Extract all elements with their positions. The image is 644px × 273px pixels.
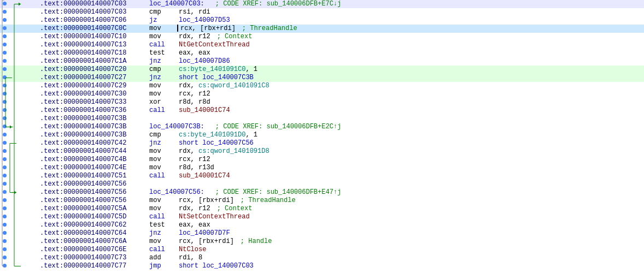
address-cell: .text:0000000140007C77 <box>39 262 148 270</box>
table-row[interactable]: .text:0000000140007C5DcallNtSetContextTh… <box>0 213 644 221</box>
arrow-cell <box>9 213 39 221</box>
table-row[interactable]: .text:0000000140007C1Ajnzloc_140007D86 <box>0 57 644 66</box>
instruction-cell: movrdx, r12; Context <box>148 205 644 213</box>
table-row[interactable]: .text:0000000140007C73addrdi, 8 <box>0 254 644 262</box>
arrow-cell <box>9 41 39 49</box>
table-row[interactable]: .text:0000000140007C13callNtGetContextTh… <box>0 41 644 49</box>
operands: eax, eax <box>179 221 210 229</box>
dot-marker <box>3 198 7 202</box>
arrow-cell <box>9 115 39 123</box>
instruction-cell: jmpshort loc_140007C03 <box>148 262 644 270</box>
instruction-cell: jnzloc_140007D7F <box>148 229 644 238</box>
instruction-cell: movrcx, [rbx+rdi]; ThreadHandle <box>148 25 644 33</box>
breakpoint-dot[interactable] <box>0 41 9 49</box>
breakpoint-dot[interactable] <box>0 131 9 139</box>
address-cell: .text:0000000140007C30 <box>39 90 148 98</box>
breakpoint-dot[interactable] <box>0 221 9 229</box>
table-row[interactable]: .text:0000000140007C44movrdx, cs:qword_1… <box>0 147 644 156</box>
instruction-cell: callsub_140001C74 <box>148 172 644 180</box>
operands: rdx, r12 <box>179 205 210 212</box>
table-row[interactable]: →.text:0000000140007C56loc_140007C56:; C… <box>0 188 644 197</box>
breakpoint-dot[interactable] <box>0 164 9 172</box>
breakpoint-dot[interactable] <box>0 123 9 131</box>
dot-marker <box>3 165 7 169</box>
table-row[interactable]: .text:0000000140007C64jnzloc_140007D7F <box>0 229 644 238</box>
table-row[interactable]: .text:0000000140007C03cmprsi, rdi <box>0 8 644 16</box>
arrow-cell <box>9 229 39 238</box>
table-row[interactable]: .text:0000000140007C10movrdx, r12; Conte… <box>0 33 644 41</box>
table-row[interactable]: .text:0000000140007C56movrcx, [rbx+rdi];… <box>0 197 644 205</box>
table-row[interactable]: .text:0000000140007C27jnzshort loc_14000… <box>0 74 644 82</box>
address-cell: .text:0000000140007C03 <box>39 0 148 8</box>
table-row[interactable]: .text:0000000140007C18testeax, eax <box>0 49 644 57</box>
table-row[interactable]: .text:0000000140007C3B <box>0 115 644 123</box>
table-row[interactable]: .text:0000000140007C29movrdx, cs:qword_1… <box>0 82 644 90</box>
dot-marker <box>3 59 7 63</box>
table-row[interactable]: .text:0000000140007C6Amovrcx, [rbx+rdi];… <box>0 238 644 246</box>
table-row[interactable]: .text:0000000140007C5Amovrdx, r12; Conte… <box>0 205 644 213</box>
breakpoint-dot[interactable] <box>0 25 9 33</box>
breakpoint-dot[interactable] <box>0 172 9 180</box>
table-row[interactable]: .text:0000000140007C33xorr8d, r8d <box>0 98 644 106</box>
comment: ; Handle <box>241 238 272 245</box>
breakpoint-dot[interactable] <box>0 106 9 115</box>
breakpoint-dot[interactable] <box>0 262 9 270</box>
breakpoint-dot[interactable] <box>0 246 9 254</box>
table-row[interactable]: .text:0000000140007C4Bmovrcx, r12 <box>0 156 644 164</box>
address-cell: .text:0000000140007C56 <box>39 188 148 197</box>
breakpoint-dot[interactable] <box>0 49 9 57</box>
breakpoint-dot[interactable] <box>0 139 9 147</box>
table-row[interactable]: .text:0000000140007C77jmpshort loc_14000… <box>0 262 644 270</box>
dot-marker <box>3 2 7 5</box>
breakpoint-dot[interactable] <box>0 57 9 66</box>
table-row[interactable]: .text:0000000140007C3Bcmpcs:byte_1401091… <box>0 131 644 139</box>
breakpoint-dot[interactable] <box>0 8 9 16</box>
breakpoint-dot[interactable] <box>0 205 9 213</box>
table-row[interactable]: .text:0000000140007C51callsub_140001C74 <box>0 172 644 180</box>
instruction-cell: callsub_140001C74 <box>148 106 644 115</box>
breakpoint-dot[interactable] <box>0 74 9 82</box>
breakpoint-dot[interactable] <box>0 0 9 8</box>
breakpoint-dot[interactable] <box>0 238 9 246</box>
breakpoint-dot[interactable] <box>0 229 9 238</box>
comment: ; ThreadHandle <box>242 25 297 32</box>
table-row[interactable]: .text:0000000140007C30movrcx, r12 <box>0 90 644 98</box>
breakpoint-dot[interactable] <box>0 197 9 205</box>
address-cell: .text:0000000140007C3B <box>39 123 148 131</box>
operands: rcx, [rbx+rdi] <box>179 238 234 245</box>
breakpoint-dot[interactable] <box>0 90 9 98</box>
breakpoint-dot[interactable] <box>0 147 9 156</box>
table-row[interactable]: .text:0000000140007C6EcallNtClose <box>0 246 644 254</box>
table-row[interactable]: .text:0000000140007C62testeax, eax <box>0 221 644 229</box>
table-row[interactable]: →.text:0000000140007C3Bloc_140007C3B:; C… <box>0 123 644 131</box>
arrow-cell <box>9 172 39 180</box>
breakpoint-dot[interactable] <box>0 66 9 74</box>
breakpoint-dot[interactable] <box>0 213 9 221</box>
table-row[interactable]: .text:0000000140007C0Cmovrcx, [rbx+rdi];… <box>0 25 644 33</box>
breakpoint-dot[interactable] <box>0 16 9 25</box>
mnemonic: mov <box>149 147 177 156</box>
table-row[interactable]: .text:0000000140007C06jzloc_140007D53 <box>0 16 644 25</box>
table-row[interactable]: .text:0000000140007C20cmpcs:byte_1401091… <box>0 66 644 74</box>
breakpoint-dot[interactable] <box>0 33 9 41</box>
breakpoint-dot[interactable] <box>0 180 9 188</box>
breakpoint-dot[interactable] <box>0 98 9 106</box>
address-cell: .text:0000000140007C64 <box>39 229 148 238</box>
arrow-cell <box>9 0 39 8</box>
breakpoint-dot[interactable] <box>0 254 9 262</box>
table-row[interactable]: .text:0000000140007C42jnzshort loc_14000… <box>0 139 644 147</box>
table-row[interactable]: .text:0000000140007C03loc_140007C03:; CO… <box>0 0 644 8</box>
table-row[interactable]: .text:0000000140007C4Emovr8d, r13d <box>0 164 644 172</box>
breakpoint-dot[interactable] <box>0 82 9 90</box>
table-row[interactable]: .text:0000000140007C36callsub_140001C74 <box>0 106 644 115</box>
arrow-cell <box>9 246 39 254</box>
address-cell: .text:0000000140007C20 <box>39 66 148 74</box>
breakpoint-dot[interactable] <box>0 188 9 197</box>
breakpoint-dot[interactable] <box>0 115 9 123</box>
mnemonic: jnz <box>149 57 177 66</box>
arrow-cell <box>9 74 39 82</box>
address-cell: .text:0000000140007C56 <box>39 197 148 205</box>
mnemonic: call <box>149 106 177 115</box>
breakpoint-dot[interactable] <box>0 156 9 164</box>
table-row[interactable]: .text:0000000140007C56 <box>0 180 644 188</box>
